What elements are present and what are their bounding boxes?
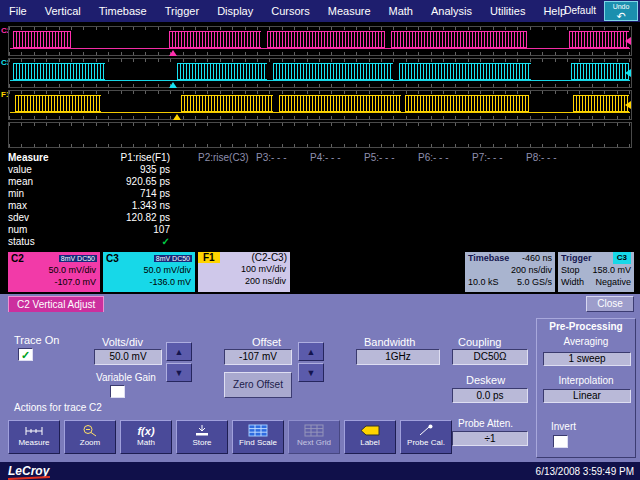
bandwidth-field[interactable]: 1GHz <box>356 349 440 365</box>
waveform-grid-f1[interactable] <box>8 90 632 120</box>
undo-button-label: Undo <box>613 3 630 10</box>
measure-header-p5[interactable]: P5:- - - <box>360 152 414 164</box>
menu-analysis[interactable]: Analysis <box>422 5 481 17</box>
measure-row-mean: mean 920.65 ps <box>0 176 640 188</box>
timebase-rate: 5.0 GS/s <box>517 276 552 288</box>
c2-trigger-marker-icon[interactable] <box>169 50 177 56</box>
bandwidth-label: Bandwidth <box>364 336 415 348</box>
offset-field[interactable]: -107 mV <box>224 349 292 365</box>
c3-descriptor-box[interactable]: C3 8mV DC50 50.0 mV/div -136.0 mV <box>103 252 195 292</box>
offset-up-button[interactable]: ▲ <box>298 342 324 361</box>
probe-cal-action-button[interactable]: Probe Cal. <box>400 420 452 454</box>
measure-action-button[interactable]: Measure <box>8 420 60 454</box>
row-label: min <box>0 188 92 200</box>
trace-on-checkbox[interactable]: ✓ <box>18 348 33 361</box>
invert-label: Invert <box>551 421 576 432</box>
waveform-grid-empty[interactable] <box>8 122 632 148</box>
row-label: status <box>0 236 92 248</box>
row-label: value <box>0 164 92 176</box>
p1-value: 935 ps <box>92 164 172 176</box>
waveform-grid-c2[interactable] <box>8 26 632 56</box>
trigger-mode: Stop <box>561 264 580 276</box>
menu-measure[interactable]: Measure <box>319 5 380 17</box>
measure-header-p3[interactable]: P3:- - - <box>252 152 306 164</box>
undo-button[interactable]: Undo ↶ <box>604 1 638 21</box>
close-button[interactable]: Close <box>586 296 634 312</box>
timebase-delay: -460 ns <box>522 252 552 264</box>
menu-vertical[interactable]: Vertical <box>36 5 90 17</box>
label-tag-icon <box>345 423 395 438</box>
coupling-field[interactable]: DC50Ω <box>452 349 528 365</box>
measure-header-p4[interactable]: P4:- - - <box>306 152 360 164</box>
c3-coupling-badge: 8mV DC50 <box>154 255 192 262</box>
c2-baseline <box>10 48 630 49</box>
timebase-samples: 10.0 kS <box>468 276 499 288</box>
undo-icon: ↶ <box>605 11 637 21</box>
label-action-button[interactable]: Label <box>344 420 396 454</box>
f1-waveform-burst <box>181 95 273 112</box>
interpolation-field[interactable]: Linear <box>543 389 631 403</box>
c2-coupling-badge: 8mV DC50 <box>59 255 97 262</box>
math-action-button[interactable]: f(x) Math <box>120 420 172 454</box>
c3-waveform-burst <box>177 63 267 80</box>
menu-timebase[interactable]: Timebase <box>90 5 156 17</box>
variable-gain-label: Variable Gain <box>96 372 156 383</box>
timebase-descriptor-box[interactable]: Timebase -460 ns 200 ns/div 10.0 kS 5.0 … <box>465 252 555 292</box>
measure-row-max: max 1.343 ns <box>0 200 640 212</box>
f1-waveform-burst <box>405 95 529 112</box>
f1-level-indicator-icon[interactable] <box>625 101 631 109</box>
menu-trigger[interactable]: Trigger <box>156 5 208 17</box>
menu-cursors[interactable]: Cursors <box>262 5 319 17</box>
find-scale-action-button[interactable]: Find Scale <box>232 420 284 454</box>
trigger-descriptor-box[interactable]: Trigger C3 Stop 158.0 mV Width Negative <box>558 252 634 292</box>
c2-level-indicator-icon[interactable] <box>625 37 631 45</box>
menu-display[interactable]: Display <box>208 5 262 17</box>
measure-header-label: Measure <box>0 152 92 164</box>
menu-utilities[interactable]: Utilities <box>481 5 534 17</box>
f1-trigger-marker-icon[interactable] <box>173 114 181 120</box>
preprocessing-panel: Pre-Processing Averaging 1 sweep Interpo… <box>536 318 636 458</box>
volts-div-up-button[interactable]: ▲ <box>166 342 192 361</box>
check-icon: ✓ <box>21 349 30 361</box>
magnifier-icon <box>65 423 115 438</box>
grid-ticks-top <box>9 123 631 126</box>
probe-atten-field[interactable]: ÷1 <box>452 431 528 446</box>
c3-level-indicator-icon[interactable] <box>625 69 631 77</box>
coupling-label: Coupling <box>458 336 501 348</box>
tab-c2-vertical-adjust[interactable]: C2 Vertical Adjust <box>8 296 104 312</box>
timebase-tdiv: 200 ns/div <box>511 264 552 276</box>
menu-math[interactable]: Math <box>380 5 422 17</box>
timebase-title: Timebase <box>468 252 509 264</box>
measure-header-p6[interactable]: P6:- - - <box>414 152 468 164</box>
p1-value: 107 <box>92 224 172 236</box>
deskew-field[interactable]: 0.0 ps <box>452 388 528 403</box>
trace-on-label: Trace On <box>14 334 59 346</box>
status-bar: LeCroy 6/13/2008 3:59:49 PM <box>0 462 640 480</box>
c3-trigger-marker-icon[interactable] <box>169 82 177 88</box>
variable-gain-checkbox[interactable] <box>110 385 125 398</box>
waveform-grid-c3[interactable] <box>8 58 632 88</box>
measure-header-p2[interactable]: P2:rise(C3) <box>172 152 252 164</box>
volts-div-field[interactable]: 50.0 mV <box>94 349 162 365</box>
c2-descriptor-title: C2 <box>11 253 24 264</box>
c2-descriptor-box[interactable]: C2 8mV DC50 50.0 mV/div -107.0 mV <box>8 252 100 292</box>
zero-offset-button[interactable]: Zero Offset <box>224 372 292 398</box>
offset-down-button[interactable]: ▼ <box>298 363 324 382</box>
f1-descriptor-box[interactable]: F1 (C2-C3) 100 mV/div 200 ns/div <box>198 252 290 292</box>
trigger-level: 158.0 mV <box>592 264 631 276</box>
f1-tdiv: 200 ns/div <box>198 275 290 287</box>
volts-div-down-button[interactable]: ▼ <box>166 363 192 382</box>
measure-header-p8[interactable]: P8:- - - <box>522 152 576 164</box>
store-arrow-icon <box>177 423 227 438</box>
c3-vdiv: 50.0 mV/div <box>103 264 195 276</box>
f1-descriptor-title: F1 <box>198 252 220 263</box>
zoom-action-button[interactable]: Zoom <box>64 420 116 454</box>
menu-file[interactable]: File <box>0 5 36 17</box>
measure-header-p7[interactable]: P7:- - - <box>468 152 522 164</box>
measure-header-p1[interactable]: P1:rise(F1) <box>92 152 172 164</box>
store-action-button[interactable]: Store <box>176 420 228 454</box>
invert-checkbox[interactable] <box>553 435 568 448</box>
measure-row-sdev: sdev 120.82 ps <box>0 212 640 224</box>
averaging-field[interactable]: 1 sweep <box>543 352 631 366</box>
c3-waveform-burst <box>399 63 531 80</box>
